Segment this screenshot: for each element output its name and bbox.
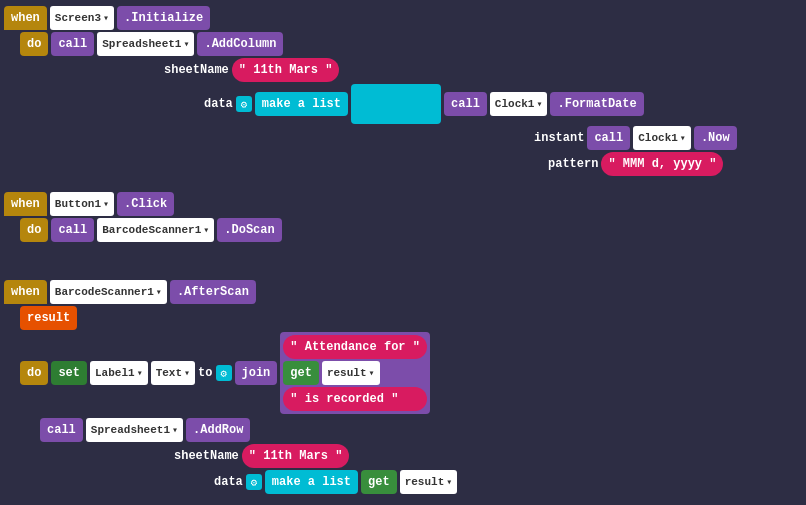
- call-label-1: call: [51, 32, 94, 56]
- label1-dropdown[interactable]: Label1: [90, 361, 148, 385]
- get-label-1: get: [283, 361, 319, 385]
- attendance-string: " Attendance for ": [283, 335, 427, 359]
- formatdate-label: .FormatDate: [550, 92, 643, 116]
- sheetname-label-2: sheetName: [174, 449, 239, 463]
- get2-label: get: [361, 470, 397, 494]
- do-label-1: do: [20, 32, 48, 56]
- spreadsheet1-dropdown[interactable]: Spreadsheet1: [97, 32, 194, 56]
- clock1-dropdown[interactable]: Clock1: [490, 92, 548, 116]
- gear-icon-2: ⚙: [216, 365, 232, 381]
- pattern-label: pattern: [548, 157, 598, 171]
- when-label-2: when: [4, 192, 47, 216]
- instant-label: instant: [534, 131, 584, 145]
- make-list-label-1: make a list: [255, 92, 348, 116]
- call-label-2: call: [51, 218, 94, 242]
- join-label: join: [235, 361, 278, 385]
- gear-icon-3: ⚙: [246, 474, 262, 490]
- spreadsheet2-dropdown[interactable]: Spreadsheet1: [86, 418, 183, 442]
- afterscan-label: .AfterScan: [170, 280, 256, 304]
- is-recorded-string: " is recorded ": [283, 387, 427, 411]
- barcode1-dropdown[interactable]: BarcodeScanner1: [97, 218, 214, 242]
- do-label-2: do: [20, 218, 48, 242]
- doscan-label: .DoScan: [217, 218, 281, 242]
- make-list-label-2: make a list: [265, 470, 358, 494]
- when-label-3: when: [4, 280, 47, 304]
- call-label-3: call: [40, 418, 83, 442]
- to-label: to: [198, 366, 212, 380]
- call3-label: call: [587, 126, 630, 150]
- button1-dropdown[interactable]: Button1: [50, 192, 114, 216]
- text-dropdown[interactable]: Text: [151, 361, 195, 385]
- result-badge: result: [20, 306, 77, 330]
- gear-icon-1: ⚙: [236, 96, 252, 112]
- now-label: .Now: [694, 126, 737, 150]
- initialize-label: .Initialize: [117, 6, 210, 30]
- click-label: .Click: [117, 192, 174, 216]
- screen3-dropdown[interactable]: Screen3: [50, 6, 114, 30]
- set-label: set: [51, 361, 87, 385]
- when-label-1: when: [4, 6, 47, 30]
- call2-label: call: [444, 92, 487, 116]
- clock1b-dropdown[interactable]: Clock1: [633, 126, 691, 150]
- result3-dropdown[interactable]: result: [400, 470, 458, 494]
- date-string-1: " 11th Mars ": [232, 58, 340, 82]
- do-label-3: do: [20, 361, 48, 385]
- pattern-string: " MMM d, yyyy ": [601, 152, 723, 176]
- data-label-2: data: [214, 475, 243, 489]
- result2-dropdown[interactable]: result: [322, 361, 380, 385]
- data-label-1: data: [204, 97, 233, 111]
- addrow-label: .AddRow: [186, 418, 250, 442]
- addcolumn-label: .AddColumn: [197, 32, 283, 56]
- barcode1b-dropdown[interactable]: BarcodeScanner1: [50, 280, 167, 304]
- sheetname-label-1: sheetName: [164, 63, 229, 77]
- date-string-2: " 11th Mars ": [242, 444, 350, 468]
